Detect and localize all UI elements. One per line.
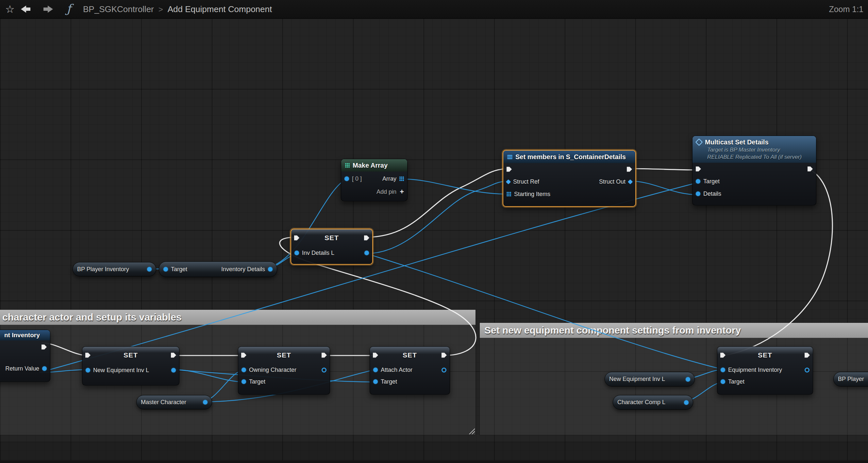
breadcrumb-parent[interactable]: BP_SGKController	[83, 4, 154, 14]
return-value-pin[interactable]	[42, 366, 47, 371]
node-title: SET	[82, 351, 179, 359]
input-pin[interactable]	[294, 251, 299, 255]
output-pin[interactable]	[268, 267, 273, 272]
node-master-character[interactable]: Master Character	[136, 395, 212, 409]
node-set-attach-actor[interactable]: SET Attach Actor Target	[370, 346, 450, 395]
node-set-members[interactable]: Set members in S_ContainerDetails Struct…	[503, 150, 636, 207]
breadcrumb: BP_SGKController > Add Equipment Compone…	[83, 4, 272, 14]
input-pin[interactable]	[163, 267, 168, 272]
starting-items-pin[interactable]	[506, 192, 511, 196]
toolbar: ☆ ƒ BP_SGKController > Add Equipment Com…	[0, 0, 868, 19]
pin-label: Target	[703, 178, 720, 185]
output-pin[interactable]	[203, 400, 208, 404]
pin-label: Inv Details L	[302, 250, 334, 256]
node-title: SET	[238, 351, 330, 359]
node-title: nt Inventory	[4, 332, 40, 339]
node-make-array[interactable]: Make Array [ 0 ] Array Add pin +	[341, 159, 407, 201]
zoom-level: Zoom 1:1	[829, 5, 863, 14]
input-pin[interactable]	[242, 368, 246, 372]
node-set-new-equipment[interactable]: SET New Equipment Inv L	[82, 346, 179, 385]
node-title: Set members in S_ContainerDetails	[516, 153, 626, 161]
node-new-equipment-inv-pill[interactable]: New Equipment Inv L	[604, 372, 695, 387]
pin-label: Equipment Inventory	[728, 367, 782, 373]
node-set-inv-details[interactable]: SET Inv Details L	[290, 229, 373, 265]
node-get-inventory-details[interactable]: Target Inventory Details	[159, 261, 277, 277]
node-set-equipment-inventory[interactable]: SET Equipment Inventory Target	[717, 346, 813, 395]
input-pin[interactable]	[344, 177, 349, 181]
data-wire[interactable]	[403, 179, 508, 194]
pill-label: Character Comp L	[617, 399, 665, 406]
array-pin[interactable]	[399, 177, 404, 181]
node-subtitle: RELIABLE Replicated To All (if server)	[696, 154, 802, 160]
node-title: Make Array	[352, 162, 388, 169]
data-wire[interactable]	[629, 181, 699, 195]
node-title: SET	[291, 234, 372, 242]
node-character-comp-pill[interactable]: Character Comp L	[613, 395, 693, 410]
node-title: SET	[717, 351, 813, 359]
target-pin[interactable]	[373, 379, 378, 384]
node-multicast-set-details[interactable]: Multicast Set Details Target is BP Maste…	[692, 135, 816, 206]
pill-label: Master Character	[141, 399, 186, 406]
output-pin[interactable]	[805, 368, 809, 372]
pin-label: Owning Character	[249, 367, 297, 373]
pin-label: Struct Ref	[513, 178, 539, 185]
function-icon: ƒ	[67, 2, 71, 16]
target-pin[interactable]	[721, 379, 725, 384]
pin-label: Starting Items	[514, 191, 550, 198]
pill-label: BP Player	[838, 376, 864, 382]
struct-icon	[507, 155, 513, 159]
node-set-owning-character[interactable]: SET Owning Character Target	[238, 346, 330, 395]
input-pin[interactable]	[373, 368, 378, 372]
struct-ref-pin[interactable]	[506, 179, 511, 184]
node-partial-inventory[interactable]: nt Inventory Return Value	[0, 330, 50, 382]
multicast-icon	[695, 138, 703, 146]
array-icon	[345, 163, 350, 167]
target-pin[interactable]	[242, 379, 246, 384]
output-pin[interactable]	[147, 267, 152, 272]
details-pin[interactable]	[696, 191, 700, 196]
add-pin-plus-icon[interactable]: +	[400, 188, 404, 195]
node-bp-player-pill[interactable]: BP Player	[833, 372, 868, 387]
pin-label: Array	[382, 176, 396, 182]
pin-label: Details	[703, 190, 721, 197]
forward-arrow-icon[interactable]	[42, 5, 53, 13]
node-title: SET	[370, 351, 450, 359]
exec-in-pin[interactable]	[696, 166, 701, 172]
exec-wire[interactable]	[629, 168, 698, 170]
input-pin[interactable]	[721, 368, 725, 372]
output-pin[interactable]	[364, 251, 369, 255]
struct-out-pin[interactable]	[628, 179, 633, 184]
exec-out-pin[interactable]	[627, 166, 632, 172]
pin-label: Return Value	[5, 365, 39, 372]
output-pin[interactable]	[441, 368, 446, 372]
breadcrumb-separator-icon: >	[158, 5, 163, 14]
pin-label: [ 0 ]	[352, 176, 362, 182]
pin-label: Attach Actor	[381, 367, 412, 373]
pill-label: BP Player Inventory	[77, 266, 129, 273]
pin-label: Target	[728, 378, 744, 385]
target-pin[interactable]	[696, 179, 700, 184]
data-wire[interactable]	[39, 182, 699, 372]
pin-label: New Equipment Inv L	[93, 367, 149, 374]
exec-out-pin[interactable]	[41, 344, 47, 350]
pin-label: Target	[171, 266, 187, 273]
back-arrow-icon[interactable]	[21, 5, 32, 13]
output-pin[interactable]	[171, 368, 176, 372]
pin-label: Inventory Details	[221, 266, 265, 273]
add-pin-label: Add pin	[376, 188, 396, 195]
pin-label: Target	[381, 378, 397, 385]
exec-out-pin[interactable]	[808, 166, 813, 172]
node-title: Multicast Set Details	[705, 138, 769, 146]
breadcrumb-current[interactable]: Add Equipment Component	[168, 4, 272, 14]
node-bp-player-inventory[interactable]: BP Player Inventory	[72, 262, 156, 276]
pin-label: Target	[249, 378, 266, 385]
input-pin[interactable]	[86, 368, 90, 372]
node-subtitle: Target is BP Master Inventory	[696, 146, 780, 153]
favorite-star-icon[interactable]: ☆	[5, 3, 15, 15]
exec-in-pin[interactable]	[506, 166, 512, 172]
output-pin[interactable]	[686, 377, 690, 382]
pin-label: Struct Out	[599, 178, 625, 185]
output-pin[interactable]	[684, 400, 689, 405]
output-pin[interactable]	[321, 368, 327, 372]
pill-label: New Equipment Inv L	[609, 376, 665, 382]
